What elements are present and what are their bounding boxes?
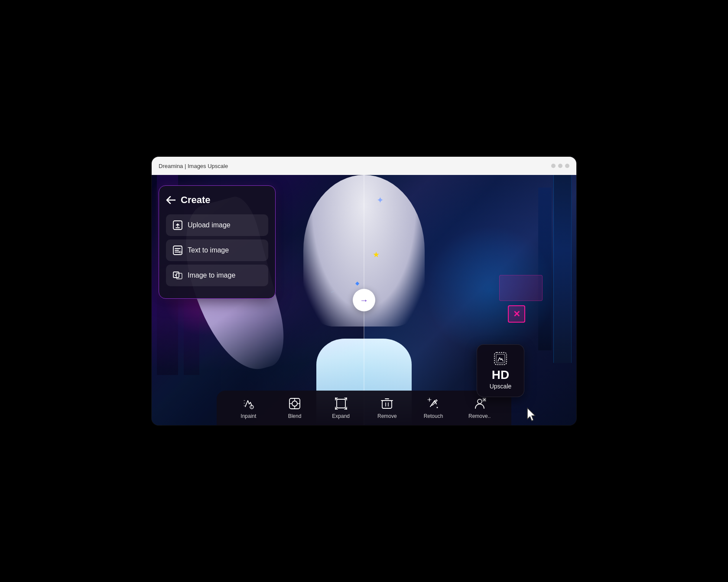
dot-3 xyxy=(565,164,569,168)
remove-people-icon xyxy=(473,397,487,411)
sidebar-panel: Create Upload image xyxy=(159,185,276,299)
yellow-star-deco: ★ xyxy=(373,250,381,259)
blend-label: Blend xyxy=(288,413,302,419)
svg-rect-11 xyxy=(382,401,392,408)
hd-upscale-popup[interactable]: HD Upscale xyxy=(477,344,524,397)
toolbar-item-retouch[interactable]: Retouch xyxy=(410,397,457,419)
toolbar-item-removepeople[interactable]: Remove.. xyxy=(456,397,503,419)
svg-point-14 xyxy=(478,399,482,404)
hair-accessory: ✦ xyxy=(377,195,384,205)
neon-x-sign: ✕ xyxy=(508,305,525,323)
inpaint-icon xyxy=(241,397,255,411)
hd-label: HD xyxy=(492,369,509,381)
cursor-icon xyxy=(526,407,540,424)
hd-upscale-icon xyxy=(494,352,507,365)
menu-item-img2img-label: Image to image xyxy=(188,272,235,279)
remove-label: Remove xyxy=(377,413,397,419)
upscale-label: Upscale xyxy=(490,383,512,390)
neon-sign-right xyxy=(499,275,543,301)
inpaint-label: Inpaint xyxy=(240,413,256,419)
sidebar-title: Create xyxy=(181,194,210,206)
expand-label: Expand xyxy=(332,413,350,419)
upload-icon xyxy=(173,220,182,230)
browser-title: Dreamina | Images Upscale xyxy=(159,163,551,169)
menu-item-upload-label: Upload image xyxy=(188,221,231,229)
svg-point-9 xyxy=(292,401,297,406)
arrow-right-icon: → xyxy=(360,295,368,305)
svg-rect-10 xyxy=(337,399,345,408)
menu-item-img2img[interactable]: Image to image xyxy=(166,265,268,286)
toolbar-item-remove[interactable]: Remove xyxy=(364,397,410,419)
image-to-image-icon xyxy=(173,271,182,280)
dot-2 xyxy=(558,164,562,168)
earrings-deco: ◆ xyxy=(355,280,359,286)
toolbar-item-expand[interactable]: Expand xyxy=(318,397,364,419)
menu-item-text2img[interactable]: Text to image xyxy=(166,239,268,261)
svg-point-12 xyxy=(429,399,430,401)
split-arrow-button[interactable]: → xyxy=(353,289,375,311)
blend-icon xyxy=(288,397,302,411)
toolbar-item-inpaint[interactable]: Inpaint xyxy=(225,397,272,419)
menu-item-text2img-label: Text to image xyxy=(188,246,229,254)
browser-titlebar: Dreamina | Images Upscale xyxy=(152,157,576,175)
browser-dots xyxy=(551,164,569,168)
svg-point-13 xyxy=(437,407,438,408)
remove-icon xyxy=(380,397,394,411)
cursor-pointer xyxy=(526,407,540,421)
back-arrow-icon xyxy=(166,196,176,204)
svg-point-7 xyxy=(251,407,253,408)
back-button[interactable] xyxy=(166,196,176,204)
remove-people-label: Remove.. xyxy=(468,413,491,419)
browser-content: ✕ ✦ ★ ◆ → xyxy=(152,175,576,425)
expand-icon xyxy=(334,397,348,411)
bottom-toolbar: Inpaint Blend xyxy=(217,391,511,425)
retouch-label: Retouch xyxy=(424,413,443,419)
browser-window: Dreamina | Images Upscale ✕ xyxy=(152,157,576,425)
menu-item-upload[interactable]: Upload image xyxy=(166,214,268,236)
text-to-image-icon xyxy=(173,246,182,255)
toolbar-item-blend[interactable]: Blend xyxy=(272,397,318,419)
retouch-icon xyxy=(426,397,440,411)
sidebar-header: Create xyxy=(166,194,268,206)
dot-1 xyxy=(551,164,556,168)
